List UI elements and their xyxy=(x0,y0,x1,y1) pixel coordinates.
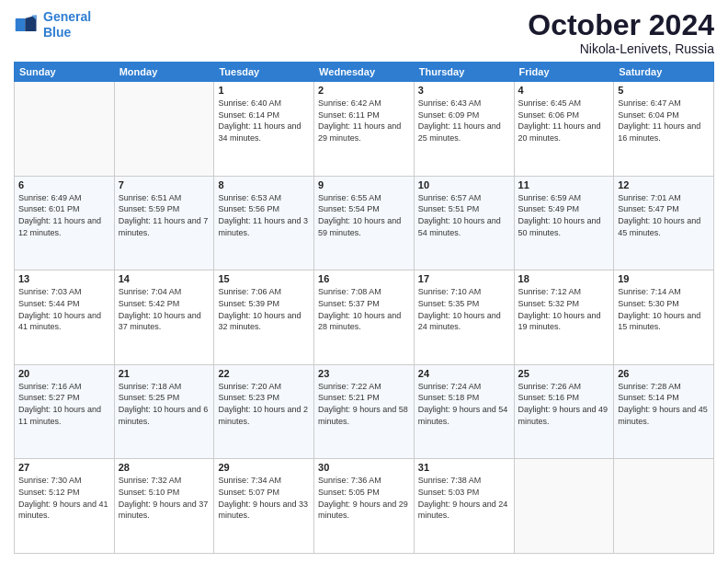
logo-text: General Blue xyxy=(43,9,91,40)
header-sunday: Sunday xyxy=(15,63,115,82)
day-info: Sunrise: 6:47 AM Sunset: 6:04 PM Dayligh… xyxy=(618,98,710,144)
day-number: 9 xyxy=(318,179,410,190)
day-number: 12 xyxy=(618,179,710,190)
calendar-cell: 4Sunrise: 6:45 AM Sunset: 6:06 PM Daylig… xyxy=(514,82,614,177)
day-info: Sunrise: 7:08 AM Sunset: 5:37 PM Dayligh… xyxy=(318,286,410,332)
header-thursday: Thursday xyxy=(414,63,514,82)
day-number: 1 xyxy=(218,85,310,96)
day-info: Sunrise: 7:34 AM Sunset: 5:07 PM Dayligh… xyxy=(218,475,310,521)
calendar-cell: 23Sunrise: 7:22 AM Sunset: 5:21 PM Dayli… xyxy=(314,364,415,459)
day-info: Sunrise: 6:42 AM Sunset: 6:11 PM Dayligh… xyxy=(318,98,410,144)
calendar-cell: 17Sunrise: 7:10 AM Sunset: 5:35 PM Dayli… xyxy=(414,270,514,365)
day-number: 22 xyxy=(218,368,310,379)
day-number: 26 xyxy=(618,368,710,379)
calendar-cell: 14Sunrise: 7:04 AM Sunset: 5:42 PM Dayli… xyxy=(114,270,214,365)
calendar-cell: 5Sunrise: 6:47 AM Sunset: 6:04 PM Daylig… xyxy=(614,82,714,177)
day-info: Sunrise: 7:22 AM Sunset: 5:21 PM Dayligh… xyxy=(318,381,410,427)
day-number: 7 xyxy=(119,179,210,190)
calendar-cell: 22Sunrise: 7:20 AM Sunset: 5:23 PM Dayli… xyxy=(214,364,314,459)
day-info: Sunrise: 7:01 AM Sunset: 5:47 PM Dayligh… xyxy=(618,192,710,238)
calendar-cell: 24Sunrise: 7:24 AM Sunset: 5:18 PM Dayli… xyxy=(414,364,514,459)
day-number: 21 xyxy=(119,368,210,379)
day-info: Sunrise: 7:12 AM Sunset: 5:32 PM Dayligh… xyxy=(518,286,610,332)
logo-line1: General xyxy=(43,9,91,24)
day-info: Sunrise: 6:55 AM Sunset: 5:54 PM Dayligh… xyxy=(318,192,410,238)
day-info: Sunrise: 7:26 AM Sunset: 5:16 PM Dayligh… xyxy=(518,381,610,427)
calendar-cell: 1Sunrise: 6:40 AM Sunset: 6:14 PM Daylig… xyxy=(214,82,314,177)
day-info: Sunrise: 6:51 AM Sunset: 5:59 PM Dayligh… xyxy=(119,192,210,238)
calendar-cell: 2Sunrise: 6:42 AM Sunset: 6:11 PM Daylig… xyxy=(314,82,415,177)
day-info: Sunrise: 6:57 AM Sunset: 5:51 PM Dayligh… xyxy=(418,192,510,238)
header: General Blue October 2024 Nikola-Lenivet… xyxy=(14,9,714,56)
calendar-cell: 12Sunrise: 7:01 AM Sunset: 5:47 PM Dayli… xyxy=(614,176,714,270)
header-saturday: Saturday xyxy=(614,63,714,82)
day-number: 25 xyxy=(518,368,610,379)
calendar-cell: 30Sunrise: 7:36 AM Sunset: 5:05 PM Dayli… xyxy=(314,459,415,554)
day-number: 11 xyxy=(518,179,610,190)
calendar-cell: 11Sunrise: 6:59 AM Sunset: 5:49 PM Dayli… xyxy=(514,176,614,270)
header-friday: Friday xyxy=(514,63,614,82)
day-number: 6 xyxy=(18,179,110,190)
day-info: Sunrise: 7:30 AM Sunset: 5:12 PM Dayligh… xyxy=(18,475,110,521)
month-title: October 2024 xyxy=(528,9,714,41)
day-info: Sunrise: 7:10 AM Sunset: 5:35 PM Dayligh… xyxy=(418,286,510,332)
logo: General Blue xyxy=(14,9,91,40)
header-tuesday: Tuesday xyxy=(214,63,314,82)
day-info: Sunrise: 6:59 AM Sunset: 5:49 PM Dayligh… xyxy=(518,192,610,238)
day-info: Sunrise: 7:18 AM Sunset: 5:25 PM Dayligh… xyxy=(119,381,210,427)
title-area: October 2024 Nikola-Lenivets, Russia xyxy=(528,9,714,56)
day-number: 28 xyxy=(119,462,210,473)
day-number: 14 xyxy=(119,273,210,284)
calendar-cell: 7Sunrise: 6:51 AM Sunset: 5:59 PM Daylig… xyxy=(114,176,214,270)
calendar-cell: 20Sunrise: 7:16 AM Sunset: 5:27 PM Dayli… xyxy=(15,364,115,459)
calendar-cell: 3Sunrise: 6:43 AM Sunset: 6:09 PM Daylig… xyxy=(414,82,514,177)
calendar-cell: 16Sunrise: 7:08 AM Sunset: 5:37 PM Dayli… xyxy=(314,270,415,365)
day-info: Sunrise: 7:14 AM Sunset: 5:30 PM Dayligh… xyxy=(618,286,710,332)
day-number: 18 xyxy=(518,273,610,284)
day-info: Sunrise: 7:38 AM Sunset: 5:03 PM Dayligh… xyxy=(418,475,510,521)
day-number: 30 xyxy=(318,462,410,473)
calendar-cell: 8Sunrise: 6:53 AM Sunset: 5:56 PM Daylig… xyxy=(214,176,314,270)
svg-rect-0 xyxy=(16,18,26,31)
day-info: Sunrise: 7:28 AM Sunset: 5:14 PM Dayligh… xyxy=(618,381,710,427)
calendar-cell: 19Sunrise: 7:14 AM Sunset: 5:30 PM Dayli… xyxy=(614,270,714,365)
day-number: 17 xyxy=(418,273,510,284)
day-number: 2 xyxy=(318,85,410,96)
day-number: 29 xyxy=(218,462,310,473)
day-info: Sunrise: 6:49 AM Sunset: 6:01 PM Dayligh… xyxy=(18,192,110,238)
day-number: 27 xyxy=(18,462,110,473)
day-info: Sunrise: 7:06 AM Sunset: 5:39 PM Dayligh… xyxy=(218,286,310,332)
day-info: Sunrise: 6:43 AM Sunset: 6:09 PM Dayligh… xyxy=(418,98,510,144)
day-info: Sunrise: 6:45 AM Sunset: 6:06 PM Dayligh… xyxy=(518,98,610,144)
day-number: 13 xyxy=(18,273,110,284)
day-number: 5 xyxy=(618,85,710,96)
calendar-table: Sunday Monday Tuesday Wednesday Thursday… xyxy=(14,62,714,554)
day-info: Sunrise: 7:16 AM Sunset: 5:27 PM Dayligh… xyxy=(18,381,110,427)
week-row-2: 13Sunrise: 7:03 AM Sunset: 5:44 PM Dayli… xyxy=(15,270,714,365)
day-number: 16 xyxy=(318,273,410,284)
calendar-cell: 6Sunrise: 6:49 AM Sunset: 6:01 PM Daylig… xyxy=(15,176,115,270)
calendar-cell xyxy=(114,82,214,177)
day-number: 19 xyxy=(618,273,710,284)
calendar-cell: 26Sunrise: 7:28 AM Sunset: 5:14 PM Dayli… xyxy=(614,364,714,459)
calendar-cell xyxy=(514,459,614,554)
page: General Blue October 2024 Nikola-Lenivet… xyxy=(0,0,728,563)
day-number: 23 xyxy=(318,368,410,379)
calendar-cell: 31Sunrise: 7:38 AM Sunset: 5:03 PM Dayli… xyxy=(414,459,514,554)
day-number: 8 xyxy=(218,179,310,190)
calendar-cell: 28Sunrise: 7:32 AM Sunset: 5:10 PM Dayli… xyxy=(114,459,214,554)
logo-icon xyxy=(14,12,40,38)
day-number: 10 xyxy=(418,179,510,190)
logo-line2: Blue xyxy=(43,25,71,40)
calendar-cell: 25Sunrise: 7:26 AM Sunset: 5:16 PM Dayli… xyxy=(514,364,614,459)
day-info: Sunrise: 7:36 AM Sunset: 5:05 PM Dayligh… xyxy=(318,475,410,521)
week-row-0: 1Sunrise: 6:40 AM Sunset: 6:14 PM Daylig… xyxy=(15,82,714,177)
day-info: Sunrise: 7:20 AM Sunset: 5:23 PM Dayligh… xyxy=(218,381,310,427)
calendar-cell: 29Sunrise: 7:34 AM Sunset: 5:07 PM Dayli… xyxy=(214,459,314,554)
day-info: Sunrise: 7:32 AM Sunset: 5:10 PM Dayligh… xyxy=(119,475,210,521)
day-number: 20 xyxy=(18,368,110,379)
calendar-cell: 13Sunrise: 7:03 AM Sunset: 5:44 PM Dayli… xyxy=(15,270,115,365)
calendar-cell: 27Sunrise: 7:30 AM Sunset: 5:12 PM Dayli… xyxy=(15,459,115,554)
location: Nikola-Lenivets, Russia xyxy=(528,41,714,56)
header-wednesday: Wednesday xyxy=(314,63,415,82)
